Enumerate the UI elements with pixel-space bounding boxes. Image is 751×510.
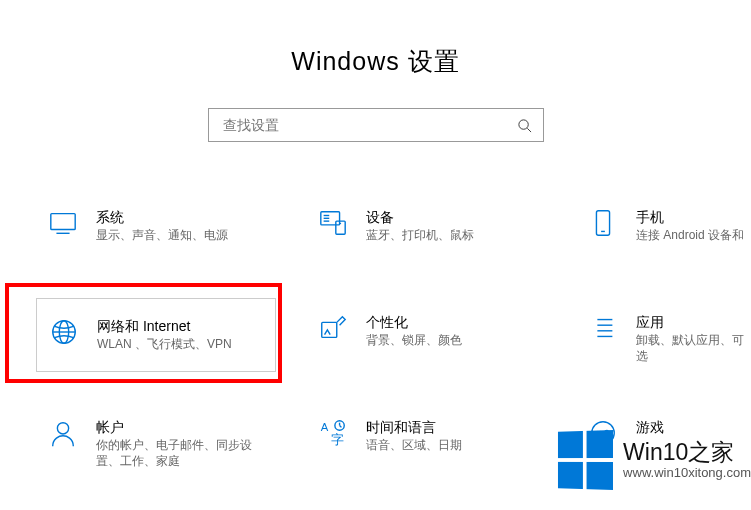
tile-desc: 显示、声音、通知、电源 (96, 228, 228, 244)
tile-network[interactable]: 网络和 Internet WLAN 、飞行模式、VPN (36, 298, 276, 372)
tile-title: 帐户 (96, 418, 266, 436)
tile-title: 个性化 (366, 313, 462, 331)
svg-point-0 (519, 119, 528, 128)
svg-rect-2 (51, 214, 75, 230)
windows-logo-icon (558, 430, 613, 490)
search-input[interactable] (221, 116, 517, 134)
svg-line-29 (340, 426, 342, 428)
tile-desc: WLAN 、飞行模式、VPN (97, 337, 232, 353)
tile-devices[interactable]: 设备 蓝牙、打印机、鼠标 (318, 208, 474, 244)
accounts-icon (48, 418, 78, 448)
tile-apps[interactable]: 应用 卸载、默认应用、可选 (588, 313, 751, 364)
system-icon (48, 208, 78, 238)
svg-line-1 (527, 128, 531, 132)
tile-accounts[interactable]: 帐户 你的帐户、电子邮件、同步设置、工作、家庭 (48, 418, 266, 469)
watermark-title: Win10之家 (623, 439, 751, 465)
watermark: Win10之家 www.win10xitong.com (553, 430, 751, 490)
tile-time-language[interactable]: A 字 时间和语言 语音、区域、日期 (318, 418, 462, 454)
svg-point-24 (57, 423, 68, 434)
apps-icon (588, 313, 618, 343)
tile-desc: 卸载、默认应用、可选 (636, 333, 751, 364)
tile-desc: 语音、区域、日期 (366, 438, 462, 454)
phone-icon (588, 208, 618, 238)
tile-phone[interactable]: 手机 连接 Android 设备和 (588, 208, 744, 244)
search-icon (517, 117, 533, 133)
network-icon (49, 317, 79, 347)
tile-title: 时间和语言 (366, 418, 462, 436)
tile-desc: 蓝牙、打印机、鼠标 (366, 228, 474, 244)
tile-desc: 连接 Android 设备和 (636, 228, 744, 244)
tile-title: 设备 (366, 208, 474, 226)
watermark-sub: www.win10xitong.com (623, 466, 751, 481)
tile-desc: 背景、锁屏、颜色 (366, 333, 462, 349)
tile-title: 网络和 Internet (97, 317, 232, 335)
tile-title: 系统 (96, 208, 228, 226)
svg-text:字: 字 (331, 432, 344, 447)
personalization-icon (318, 313, 348, 343)
svg-text:A: A (321, 421, 329, 433)
tile-title: 手机 (636, 208, 744, 226)
devices-icon (318, 208, 348, 238)
tile-title: 应用 (636, 313, 751, 331)
page-title: Windows 设置 (0, 45, 751, 78)
time-language-icon: A 字 (318, 418, 348, 448)
tile-system[interactable]: 系统 显示、声音、通知、电源 (48, 208, 228, 244)
svg-point-9 (340, 223, 341, 224)
svg-rect-15 (322, 322, 337, 337)
tile-desc: 你的帐户、电子邮件、同步设置、工作、家庭 (96, 438, 266, 469)
search-box[interactable] (208, 108, 544, 142)
tile-personalization[interactable]: 个性化 背景、锁屏、颜色 (318, 313, 462, 349)
